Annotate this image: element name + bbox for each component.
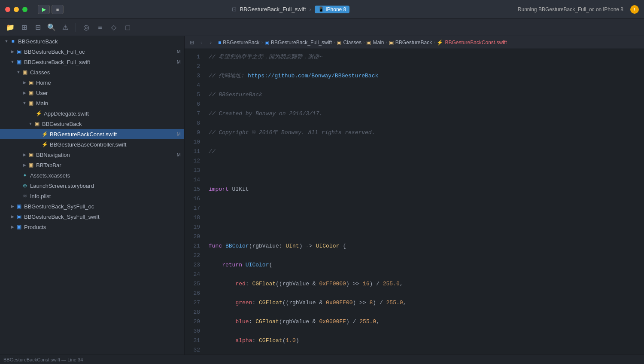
bc-sep-3: › xyxy=(363,40,365,45)
bc-item-classes[interactable]: Classes xyxy=(343,40,361,46)
breadcrumb-nav[interactable]: ⊞ ‹ › xyxy=(188,39,215,46)
sidebar-item-label: BBGestureBack_SysFull_oc xyxy=(24,203,181,210)
arrow-placeholder xyxy=(35,141,41,147)
sidebar-item-const-swift[interactable]: ⚡ BBGestureBackConst.swift M xyxy=(0,129,184,139)
sidebar-item-infoplist[interactable]: ≋ Info.plist xyxy=(0,191,184,201)
sidebar-item-launchscreen[interactable]: ⊕ LaunchScreen.storyboard xyxy=(0,180,184,191)
sidebar-item-label: BBGestureBack_SysFull_swift xyxy=(24,214,181,220)
sidebar-item-sysfull-swift[interactable]: ▶ ▣ BBGestureBack_SysFull_swift xyxy=(0,211,184,222)
line-numbers: 12345 678910 1112131415 1617181920 21222… xyxy=(185,49,205,355)
sidebar-item-sysfull-oc[interactable]: ▶ ▣ BBGestureBack_SysFull_oc xyxy=(0,201,184,211)
back-button[interactable]: ‹ xyxy=(197,39,205,46)
badge-m: M xyxy=(177,132,181,137)
sidebar-item-user[interactable]: ▶ ▣ User xyxy=(0,88,184,98)
sidebar-item-bbtabbar[interactable]: ▶ ▣ BBTabBar xyxy=(0,160,184,170)
bc-item-root[interactable]: BBGestureBack xyxy=(223,40,259,46)
sidebar-item-main[interactable]: ▼ ▣ Main xyxy=(0,98,184,108)
sidebar-item-label: BBGestureBack xyxy=(42,121,181,127)
sidebar-item-label: LaunchScreen.storyboard xyxy=(30,183,181,189)
close-button[interactable] xyxy=(5,7,10,12)
main-content: ▼ ■ BBGestureBack ▶ ▣ BBGestureBack_Full… xyxy=(0,36,644,355)
breadcrumb-bar: ⊞ ‹ › ■ BBGestureBack › ▣ BBGestureBack_… xyxy=(185,36,644,49)
sidebar-item-bbnavigation[interactable]: ▶ ▣ BBNavigation M xyxy=(0,150,184,160)
sidebar-item-label: BBNavigation xyxy=(36,152,175,158)
badge-m: M xyxy=(177,152,181,157)
assets-icon: ✦ xyxy=(21,172,28,178)
breadcrumb-path: ■ BBGestureBack › ▣ BBGestureBack_Full_s… xyxy=(218,40,507,46)
folder-icon: ▣ xyxy=(27,100,34,106)
bc-sep-4: › xyxy=(386,40,387,45)
hierarchy-icon[interactable]: ⊟ xyxy=(33,22,43,33)
grid-view-button[interactable]: ⊞ xyxy=(188,39,196,46)
bc-sep-2: › xyxy=(334,40,335,45)
project-name: BBGestureBack_Full_swift xyxy=(240,6,306,12)
play-button[interactable]: ▶ xyxy=(38,5,50,14)
sidebar-item-label: User xyxy=(36,90,181,96)
sidebar-item-appdelegate[interactable]: ⚡ AppDelegate.swift xyxy=(0,108,184,119)
sidebar-item-label: BBGestureBaseController.swift xyxy=(50,141,181,148)
arrow-icon: ▶ xyxy=(9,203,15,209)
forward-button[interactable]: › xyxy=(207,39,215,46)
plist-icon: ≋ xyxy=(21,193,28,199)
arrow-icon: ▼ xyxy=(15,69,21,75)
inspector-icon[interactable]: ⊞ xyxy=(19,22,29,33)
device-badge[interactable]: 📱 iPhone 8 xyxy=(315,6,349,13)
sidebar-item-label: Home xyxy=(36,80,181,86)
sidebar-item-products[interactable]: ▶ ▣ Products xyxy=(0,222,184,232)
folder-icon: ▣ xyxy=(27,162,34,168)
statusbar: BBGestureBackConst.swift — Line 34 xyxy=(0,355,644,364)
bc-folder-icon-4: ▣ xyxy=(366,40,371,46)
arrow-icon: ▼ xyxy=(27,121,33,127)
titlebar-center: ⊡ BBGestureBack_Full_swift › 📱 iPhone 8 xyxy=(64,6,518,13)
code-content[interactable]: // 希望您的举手之劳，能为我点颗赞，谢谢~ // 代码地址: https://… xyxy=(205,49,644,355)
stop-icon: ■ xyxy=(56,7,59,12)
arrow-icon: ▶ xyxy=(21,80,27,86)
sidebar-item-label: BBGestureBack_Full_oc xyxy=(24,49,175,55)
tag-icon[interactable]: ◇ xyxy=(109,22,119,33)
folder-icon[interactable]: 📁 xyxy=(5,22,15,33)
bc-item-bbgestureback[interactable]: BBGestureBack xyxy=(395,40,432,46)
bc-folder-icon-2: ▣ xyxy=(264,40,269,46)
bc-swift-icon: ⚡ xyxy=(437,40,443,46)
sidebar-item-label: Products xyxy=(24,224,181,230)
arrow-placeholder xyxy=(15,172,21,178)
compass-icon[interactable]: ◎ xyxy=(81,22,91,33)
sidebar-item-full-oc[interactable]: ▶ ▣ BBGestureBack_Full_oc M xyxy=(0,46,184,57)
sidebar-item-root[interactable]: ▼ ■ BBGestureBack xyxy=(0,36,184,46)
sidebar-item-label: Info.plist xyxy=(30,193,181,199)
folder-icon: ▣ xyxy=(15,59,22,65)
running-status: Running BBGestureBack_Full_oc on iPhone … xyxy=(518,6,623,12)
device-icon: 📱 xyxy=(318,6,324,12)
window-controls[interactable] xyxy=(5,7,27,12)
bc-sep-1: › xyxy=(261,40,263,45)
toolbar-separator xyxy=(76,23,76,32)
search-icon[interactable]: 🔍 xyxy=(46,22,57,33)
arrow-icon: ▶ xyxy=(9,224,15,230)
folder-icon: ▣ xyxy=(27,80,34,86)
bc-item-project[interactable]: BBGestureBack_Full_swift xyxy=(271,40,332,46)
maximize-button[interactable] xyxy=(22,7,27,12)
code-editor[interactable]: 12345 678910 1112131415 1617181920 21222… xyxy=(185,49,644,355)
sidebar-item-classes[interactable]: ▼ ▣ Classes xyxy=(0,67,184,77)
bc-item-main[interactable]: Main xyxy=(373,40,384,46)
arrow-icon: ▶ xyxy=(21,90,27,96)
storyboard-icon: ⊕ xyxy=(21,183,28,189)
arrow-placeholder xyxy=(15,193,21,199)
list-icon[interactable]: ≡ xyxy=(95,22,105,33)
titlebar-actions[interactable]: ▶ ■ xyxy=(38,5,64,14)
bc-item-file[interactable]: BBGestureBackConst.swift xyxy=(445,40,507,46)
sidebar-item-full-swift[interactable]: ▼ ▣ BBGestureBack_Full_swift M xyxy=(0,57,184,67)
sidebar-item-basecontroller-swift[interactable]: ⚡ BBGestureBaseController.swift xyxy=(0,139,184,150)
folder-icon: ▣ xyxy=(33,121,40,127)
sidebar-item-bbgestureback-folder[interactable]: ▼ ▣ BBGestureBack xyxy=(0,119,184,129)
arrow-placeholder xyxy=(35,131,41,137)
alert-icon[interactable]: ⚠ xyxy=(60,22,70,33)
sidebar-item-assets[interactable]: ✦ Assets.xcassets xyxy=(0,170,184,180)
sidebar-item-home[interactable]: ▶ ▣ Home xyxy=(0,77,184,88)
sidebar-item-label: BBGestureBack_Full_swift xyxy=(24,59,175,65)
swift-file-icon: ⚡ xyxy=(41,131,48,137)
bubble-icon[interactable]: ◻ xyxy=(122,22,133,33)
bc-folder-icon-3: ▣ xyxy=(337,40,341,46)
minimize-button[interactable] xyxy=(14,7,19,12)
stop-button[interactable]: ■ xyxy=(52,5,64,14)
